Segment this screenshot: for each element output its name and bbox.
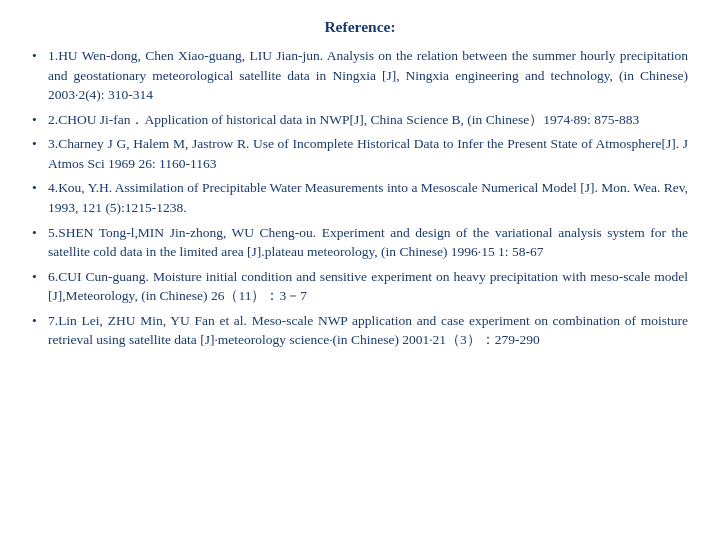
list-item: • 6.CUI Cun-guang. Moisture initial cond… <box>32 267 688 306</box>
bullet-7: • <box>32 311 48 331</box>
list-item: • 1.HU Wen-dong, Chen Xiao-guang, LIU Ji… <box>32 46 688 105</box>
ref-text-7: 7.Lin Lei, ZHU Min, YU Fan et al. Meso-s… <box>48 311 688 350</box>
bullet-5: • <box>32 223 48 243</box>
ref-text-6: 6.CUI Cun-guang. Moisture initial condit… <box>48 267 688 306</box>
reference-list: • 1.HU Wen-dong, Chen Xiao-guang, LIU Ji… <box>32 46 688 350</box>
bullet-1: • <box>32 46 48 66</box>
page-title: Reference: <box>32 18 688 36</box>
list-item: • 4.Kou, Y.H. Assimilation of Precipitab… <box>32 178 688 217</box>
page: Reference: • 1.HU Wen-dong, Chen Xiao-gu… <box>0 0 720 540</box>
list-item: • 3.Charney J G, Halem M, Jastrow R. Use… <box>32 134 688 173</box>
list-item: • 2.CHOU Ji-fan．Application of historica… <box>32 110 688 130</box>
ref-text-4: 4.Kou, Y.H. Assimilation of Precipitable… <box>48 178 688 217</box>
bullet-4: • <box>32 178 48 198</box>
list-item: • 5.SHEN Tong-l,MIN Jin-zhong, WU Cheng-… <box>32 223 688 262</box>
ref-text-1: 1.HU Wen-dong, Chen Xiao-guang, LIU Jian… <box>48 46 688 105</box>
ref-text-2: 2.CHOU Ji-fan．Application of historical … <box>48 110 688 130</box>
bullet-2: • <box>32 110 48 130</box>
list-item: • 7.Lin Lei, ZHU Min, YU Fan et al. Meso… <box>32 311 688 350</box>
ref-text-3: 3.Charney J G, Halem M, Jastrow R. Use o… <box>48 134 688 173</box>
bullet-3: • <box>32 134 48 154</box>
bullet-6: • <box>32 267 48 287</box>
ref-text-5: 5.SHEN Tong-l,MIN Jin-zhong, WU Cheng-ou… <box>48 223 688 262</box>
